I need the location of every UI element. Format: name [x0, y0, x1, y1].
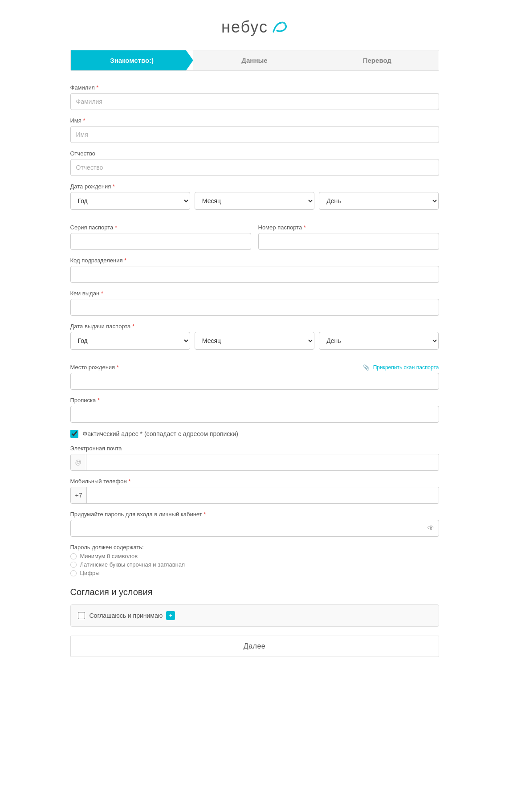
birth-place-group: Место рождения * 📎 Прикрепить скан паспо…	[70, 364, 439, 390]
issue-date-label: Дата выдачи паспорта *	[70, 323, 439, 330]
email-input-wrapper: @	[70, 454, 439, 471]
birth-year-select[interactable]: Год1924192519261927192819291930193119321…	[70, 192, 190, 210]
phone-label: Мобильный телефон *	[70, 478, 439, 485]
birth-place-label-row: Место рождения * 📎 Прикрепить скан паспо…	[70, 364, 439, 371]
email-input[interactable]	[86, 454, 439, 470]
step-acquaintance[interactable]: Знакомство:)	[71, 50, 193, 70]
phone-prefix: +7	[71, 487, 87, 503]
issued-by-label: Кем выдан *	[70, 290, 439, 297]
issued-by-input[interactable]	[70, 299, 439, 316]
phone-input-wrapper: +7	[70, 487, 439, 504]
password-requirements: Пароль должен содержать: Минимум 8 симво…	[70, 544, 439, 576]
patronymic-group: Отчество	[70, 150, 439, 176]
issue-date-group: Дата выдачи паспорта * Год19241925192619…	[70, 323, 439, 357]
last-name-input[interactable]	[70, 93, 439, 110]
password-wrapper: 👁	[70, 520, 439, 537]
passport-series-label: Серия паспорта *	[70, 224, 251, 231]
first-name-input[interactable]	[70, 126, 439, 143]
birth-date-group: Дата рождения * Год192419251926192719281…	[70, 183, 439, 217]
patronymic-input[interactable]	[70, 159, 439, 176]
agreement-container: Соглашаюсь и принимаю +	[70, 604, 439, 627]
steps-bar: Знакомство:) Данные Перевод	[70, 50, 439, 71]
last-name-group: Фамилия *	[70, 84, 439, 110]
logo-area: небус	[70, 9, 439, 50]
registration-form: Фамилия * Имя * Отчество Дата рождения	[70, 84, 439, 657]
step-data[interactable]: Данные	[193, 50, 316, 70]
issue-day-select[interactable]: День123456789101112131415161718192021222…	[319, 332, 439, 350]
requirements-heading: Пароль должен содержать:	[70, 544, 439, 551]
agreement-checkbox[interactable]	[78, 612, 85, 619]
passport-number-input[interactable]	[258, 233, 439, 250]
agreement-label: Соглашаюсь и принимаю	[90, 612, 163, 619]
passport-number-group: Номер паспорта *	[258, 224, 439, 250]
issue-year-group: Год1924192519261927192819291930193119321…	[70, 332, 190, 350]
birth-day-group: День123456789101112131415161718192021222…	[319, 192, 439, 210]
password-label: Придумайте пароль для входа в личный каб…	[70, 511, 439, 518]
req-dot-1	[70, 553, 77, 559]
division-code-label: Код подразделения *	[70, 257, 439, 264]
next-button[interactable]: Далее	[70, 636, 439, 657]
req-digits: Цифры	[70, 570, 439, 576]
required-marker: *	[96, 84, 98, 91]
registration-group: Прописка *	[70, 397, 439, 423]
phone-group: Мобильный телефон * +7	[70, 478, 439, 504]
req-dot-2	[70, 562, 77, 568]
issue-day-group: День123456789101112131415161718192021222…	[319, 332, 439, 350]
at-icon: @	[71, 454, 86, 470]
email-label: Электронная почта	[70, 445, 439, 452]
actual-address-checkbox[interactable]	[70, 430, 78, 438]
birth-date-label: Дата рождения *	[70, 183, 439, 190]
birth-place-label: Место рождения *	[70, 364, 119, 371]
email-group: Электронная почта @	[70, 445, 439, 471]
phone-input[interactable]	[87, 487, 438, 503]
attach-scan-link[interactable]: 📎 Прикрепить скан паспорта	[358, 364, 439, 371]
issue-month-group: МесяцЯнварьФевральМартАпрельМайИюньИюльА…	[195, 332, 314, 350]
passport-series-input[interactable]	[70, 233, 251, 250]
birth-month-group: МесяцЯнварьФевральМартАпрельМайИюньИюльА…	[195, 192, 314, 210]
clip-icon: 📎	[363, 364, 370, 371]
first-name-label: Имя *	[70, 117, 439, 124]
req-min-chars: Минимум 8 символов	[70, 553, 439, 559]
registration-label: Прописка *	[70, 397, 439, 404]
password-input[interactable]	[70, 520, 439, 537]
issued-by-group: Кем выдан *	[70, 290, 439, 316]
logo-text: небус	[221, 18, 268, 37]
passport-series-group: Серия паспорта *	[70, 224, 251, 250]
birth-month-select[interactable]: МесяцЯнварьФевральМартАпрельМайИюньИюльА…	[195, 192, 314, 210]
issue-year-select[interactable]: Год1924192519261927192819291930193119321…	[70, 332, 190, 350]
birth-place-input[interactable]	[70, 373, 439, 390]
page-wrapper: небус Знакомство:) Данные Перевод Фамили…	[63, 0, 446, 675]
next-button-row: Далее	[70, 636, 439, 657]
info-badge[interactable]: +	[166, 611, 175, 620]
first-name-group: Имя *	[70, 117, 439, 143]
passport-number-label: Номер паспорта *	[258, 224, 439, 231]
brand-swoosh-icon	[270, 18, 288, 36]
agreements-heading: Согласия и условия	[70, 587, 439, 597]
birth-date-selects: Год1924192519261927192819291930193119321…	[70, 192, 439, 217]
division-code-input[interactable]	[70, 266, 439, 283]
birth-day-select[interactable]: День123456789101112131415161718192021222…	[319, 192, 439, 210]
issue-date-selects: Год1924192519261927192819291930193119321…	[70, 332, 439, 357]
patronymic-label: Отчество	[70, 150, 439, 157]
actual-address-label[interactable]: Фактический адрес * (совпадает с адресом…	[70, 430, 439, 438]
division-code-group: Код подразделения *	[70, 257, 439, 283]
req-dot-3	[70, 570, 77, 576]
password-group: Придумайте пароль для входа в личный каб…	[70, 511, 439, 537]
issue-month-select[interactable]: МесяцЯнварьФевральМартАпрельМайИюньИюльА…	[195, 332, 314, 350]
birth-year-group: Год1924192519261927192819291930193119321…	[70, 192, 190, 210]
req-latin-letters: Латинские буквы строчная и заглавная	[70, 561, 439, 568]
passport-row: Серия паспорта * Номер паспорта *	[70, 224, 439, 257]
last-name-label: Фамилия *	[70, 84, 439, 91]
eye-icon[interactable]: 👁	[428, 524, 435, 532]
registration-input[interactable]	[70, 406, 439, 423]
actual-address-group: Фактический адрес * (совпадает с адресом…	[70, 430, 439, 438]
step-transfer[interactable]: Перевод	[316, 50, 438, 70]
